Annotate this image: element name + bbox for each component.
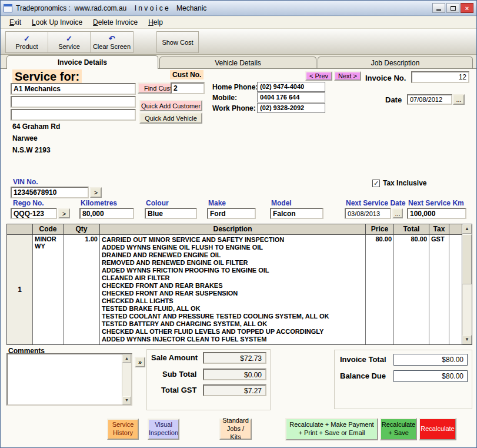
quick-add-vehicle-button[interactable]: Quick Add Vehicle	[139, 112, 202, 124]
vin-lookup-button[interactable]: >	[90, 187, 102, 198]
items-grid: Code Qty Description Price Total Tax 1 M…	[7, 224, 462, 344]
address-line-3: N.S.W 2193	[12, 146, 51, 154]
scroll-down-button[interactable]: ▼	[462, 335, 472, 344]
price-cell[interactable]: 80.00	[366, 235, 394, 344]
filler-cell	[449, 235, 462, 344]
header-code: Code	[33, 224, 64, 235]
service-history-button[interactable]: Service History	[107, 419, 139, 440]
menu-item-exit[interactable]: Exit	[4, 17, 26, 28]
vin-label: VIN No.	[13, 178, 38, 186]
show-cost-button-label: Show Cost	[162, 39, 193, 46]
tax-inclusive-label: Tax Inclusive	[383, 179, 426, 187]
mobile-value: 0404 176 644	[257, 92, 325, 102]
next-service-date-picker-button[interactable]: ...	[392, 208, 403, 218]
app-icon	[4, 4, 12, 12]
row-number-cell[interactable]: 1	[7, 235, 33, 344]
model-input[interactable]	[270, 208, 323, 219]
app-window: Tradepronomics : www.rad.com.au I n v o …	[0, 0, 477, 448]
make-input[interactable]	[207, 208, 256, 219]
next-service-km-input[interactable]	[407, 208, 466, 219]
date-input[interactable]	[407, 94, 452, 105]
comments-scroll-down-button[interactable]: ▼	[122, 396, 131, 404]
sub-total-value: $0.00	[203, 369, 266, 380]
menubar: Exit Look Up Invoice Delete Invoice Help	[1, 16, 476, 29]
visual-inspection-button[interactable]: Visual Inspection	[148, 419, 179, 440]
show-cost-button[interactable]: Show Cost	[156, 31, 199, 53]
balance-due-value: $80.00	[393, 370, 468, 382]
next-button[interactable]: Next >	[334, 71, 361, 81]
standard-jobs-button[interactable]: Standard Jobs / Kits	[219, 419, 252, 440]
header-price: Price	[366, 224, 394, 235]
close-icon: ×	[465, 5, 469, 12]
comments-scroll-up-button[interactable]: ▲	[122, 354, 131, 363]
recalculate-make-payment-button[interactable]: Recalculate + Make Payment + Print + Sav…	[285, 418, 378, 440]
next-service-date-input[interactable]	[345, 208, 391, 219]
sale-amount-value: $72.73	[203, 352, 266, 364]
maximize-icon	[451, 6, 456, 11]
total-cell[interactable]: 80.00	[394, 235, 429, 344]
check-icon: ✓	[24, 35, 30, 43]
cust-no-input[interactable]	[171, 82, 205, 94]
work-phone-value: (02) 9328-2092	[257, 103, 325, 113]
tab-job-description[interactable]: Job Description	[318, 57, 473, 69]
tax-inclusive-checkbox[interactable]: ✓	[372, 180, 380, 187]
model-label: Model	[271, 199, 292, 207]
close-button[interactable]: ×	[461, 3, 473, 13]
sale-amount-label: Sale Amount	[151, 353, 198, 362]
scroll-thumb[interactable]	[462, 234, 472, 284]
kilometres-input[interactable]	[79, 208, 134, 219]
scroll-up-button[interactable]: ▲	[462, 224, 472, 234]
home-phone-value: (02) 9474-4040	[257, 82, 325, 92]
clear-screen-button-label: Clear Screen	[93, 43, 131, 50]
table-scrollbar[interactable]: ▲ ▼	[462, 224, 472, 344]
code-cell[interactable]: MINORWY	[33, 235, 64, 344]
menu-item-delete-invoice[interactable]: Delete Invoice	[88, 17, 143, 28]
header-tax: Tax	[429, 224, 449, 235]
minimize-icon	[436, 9, 441, 11]
tab-invoice-details[interactable]: Invoice Details	[6, 55, 158, 69]
tab-vehicle-details[interactable]: Vehicle Details	[159, 57, 316, 69]
undo-icon: ↶	[109, 35, 115, 43]
date-picker-button[interactable]: ...	[453, 94, 465, 105]
tax-cell[interactable]: GST	[429, 235, 449, 344]
invoice-no-input[interactable]	[411, 71, 469, 83]
comments-scrollbar[interactable]: ▲ ▼	[122, 354, 131, 404]
comments-input[interactable]	[8, 354, 122, 404]
balance-due-label: Balance Due	[340, 371, 386, 380]
sub-total-label: Sub Total	[162, 370, 196, 379]
recalculate-save-button[interactable]: Recalculate + Save	[380, 418, 417, 440]
colour-label: Colour	[146, 199, 169, 207]
recalculate-button[interactable]: Recalculate	[419, 418, 456, 440]
header-total: Total	[394, 224, 429, 235]
total-gst-value: $7.27	[203, 384, 266, 396]
scroll-track[interactable]	[462, 285, 472, 335]
rego-label: Rego No.	[13, 199, 44, 207]
mobile-label: Mobile:	[212, 94, 237, 102]
rego-lookup-button[interactable]: >	[58, 208, 70, 218]
prev-button[interactable]: < Prev	[305, 71, 332, 81]
clear-screen-button[interactable]: ↶ Clear Screen	[91, 32, 133, 52]
service-button[interactable]: ✓ Service	[48, 32, 91, 52]
address-line-2: Narwee	[12, 134, 38, 142]
customer-name-input[interactable]	[11, 83, 136, 95]
minimize-button[interactable]	[432, 3, 445, 13]
description-cell[interactable]: CARRIED OUT MINOR SERVICE AND SAFETY INS…	[100, 235, 366, 344]
customer-extra-input-1[interactable]	[11, 96, 136, 108]
menu-item-help[interactable]: Help	[143, 17, 168, 28]
comments-expand-button[interactable]: »	[135, 357, 145, 367]
quick-add-customer-button[interactable]: Quick Add Customer	[139, 100, 202, 111]
make-label: Make	[208, 199, 226, 207]
product-button[interactable]: ✓ Product	[6, 32, 48, 52]
customer-extra-input-2[interactable]	[11, 109, 136, 121]
maximize-button[interactable]	[446, 3, 459, 13]
cust-no-label: Cust No.	[170, 70, 204, 79]
service-for-label: Service for:	[12, 69, 82, 84]
header-description: Description	[100, 224, 366, 235]
menu-item-look-up-invoice[interactable]: Look Up Invoice	[26, 17, 88, 28]
colour-input[interactable]	[145, 208, 197, 219]
kilometres-label: Kilometres	[81, 199, 117, 207]
toolbar-group: ✓ Product ✓ Service ↶ Clear Screen	[5, 31, 134, 53]
qty-cell[interactable]: 1.00	[64, 235, 100, 344]
vin-input[interactable]	[11, 187, 89, 198]
rego-input[interactable]	[11, 208, 57, 219]
